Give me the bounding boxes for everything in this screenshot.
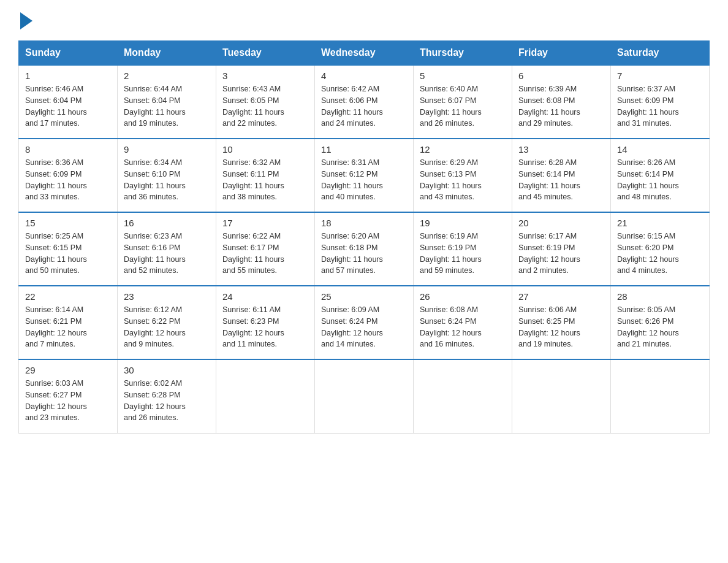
calendar-cell: 7 Sunrise: 6:37 AMSunset: 6:09 PMDayligh… xyxy=(611,65,710,139)
day-number: 19 xyxy=(420,218,506,228)
day-info: Sunrise: 6:12 AMSunset: 6:22 PMDaylight:… xyxy=(124,305,186,348)
calendar-week-row: 1 Sunrise: 6:46 AMSunset: 6:04 PMDayligh… xyxy=(19,65,710,139)
day-info: Sunrise: 6:02 AMSunset: 6:28 PMDaylight:… xyxy=(124,379,186,422)
day-info: Sunrise: 6:46 AMSunset: 6:04 PMDaylight:… xyxy=(25,85,87,128)
calendar-week-row: 15 Sunrise: 6:25 AMSunset: 6:15 PMDaylig… xyxy=(19,212,710,286)
day-info: Sunrise: 6:36 AMSunset: 6:09 PMDaylight:… xyxy=(25,158,87,201)
day-info: Sunrise: 6:09 AMSunset: 6:24 PMDaylight:… xyxy=(321,305,383,348)
day-info: Sunrise: 6:11 AMSunset: 6:23 PMDaylight:… xyxy=(222,305,284,348)
day-number: 28 xyxy=(617,291,703,302)
calendar-cell: 26 Sunrise: 6:08 AMSunset: 6:24 PMDaylig… xyxy=(414,286,512,359)
day-info: Sunrise: 6:22 AMSunset: 6:17 PMDaylight:… xyxy=(222,232,284,275)
day-info: Sunrise: 6:32 AMSunset: 6:11 PMDaylight:… xyxy=(222,158,284,201)
column-header-wednesday: Wednesday xyxy=(315,41,414,66)
column-header-tuesday: Tuesday xyxy=(216,41,315,66)
column-header-monday: Monday xyxy=(118,41,216,66)
day-number: 8 xyxy=(25,144,111,155)
calendar-cell: 30 Sunrise: 6:02 AMSunset: 6:28 PMDaylig… xyxy=(118,359,216,433)
day-number: 20 xyxy=(518,218,604,228)
calendar-cell: 20 Sunrise: 6:17 AMSunset: 6:19 PMDaylig… xyxy=(512,212,611,286)
day-info: Sunrise: 6:37 AMSunset: 6:09 PMDaylight:… xyxy=(617,85,679,128)
logo xyxy=(18,12,32,29)
day-number: 26 xyxy=(420,291,506,302)
day-info: Sunrise: 6:34 AMSunset: 6:10 PMDaylight:… xyxy=(124,158,186,201)
calendar-cell xyxy=(512,359,611,433)
day-info: Sunrise: 6:05 AMSunset: 6:26 PMDaylight:… xyxy=(617,305,679,348)
day-number: 3 xyxy=(222,71,308,81)
calendar-cell: 9 Sunrise: 6:34 AMSunset: 6:10 PMDayligh… xyxy=(118,139,216,212)
day-number: 15 xyxy=(25,218,111,228)
day-number: 27 xyxy=(518,291,604,302)
calendar-cell: 13 Sunrise: 6:28 AMSunset: 6:14 PMDaylig… xyxy=(512,139,611,212)
calendar-cell xyxy=(414,359,512,433)
column-header-friday: Friday xyxy=(512,41,611,66)
day-number: 2 xyxy=(124,71,210,81)
day-number: 21 xyxy=(617,218,703,228)
day-info: Sunrise: 6:23 AMSunset: 6:16 PMDaylight:… xyxy=(124,232,186,275)
day-number: 14 xyxy=(617,144,703,155)
day-number: 5 xyxy=(420,71,506,81)
day-info: Sunrise: 6:15 AMSunset: 6:20 PMDaylight:… xyxy=(617,232,679,275)
calendar-week-row: 29 Sunrise: 6:03 AMSunset: 6:27 PMDaylig… xyxy=(19,359,710,433)
day-info: Sunrise: 6:25 AMSunset: 6:15 PMDaylight:… xyxy=(25,232,87,275)
calendar-cell xyxy=(216,359,315,433)
day-info: Sunrise: 6:26 AMSunset: 6:14 PMDaylight:… xyxy=(617,158,679,201)
day-number: 30 xyxy=(124,365,210,375)
calendar-cell xyxy=(315,359,414,433)
day-info: Sunrise: 6:44 AMSunset: 6:04 PMDaylight:… xyxy=(124,85,186,128)
day-number: 7 xyxy=(617,71,703,81)
calendar-cell: 23 Sunrise: 6:12 AMSunset: 6:22 PMDaylig… xyxy=(118,286,216,359)
calendar-cell: 15 Sunrise: 6:25 AMSunset: 6:15 PMDaylig… xyxy=(19,212,118,286)
column-header-sunday: Sunday xyxy=(19,41,118,66)
day-info: Sunrise: 6:17 AMSunset: 6:19 PMDaylight:… xyxy=(518,232,580,275)
day-info: Sunrise: 6:08 AMSunset: 6:24 PMDaylight:… xyxy=(420,305,482,348)
day-number: 16 xyxy=(124,218,210,228)
calendar-cell: 22 Sunrise: 6:14 AMSunset: 6:21 PMDaylig… xyxy=(19,286,118,359)
calendar-header-row: SundayMondayTuesdayWednesdayThursdayFrid… xyxy=(19,41,710,66)
day-info: Sunrise: 6:28 AMSunset: 6:14 PMDaylight:… xyxy=(518,158,580,201)
day-number: 18 xyxy=(321,218,407,228)
day-number: 25 xyxy=(321,291,407,302)
calendar-cell: 21 Sunrise: 6:15 AMSunset: 6:20 PMDaylig… xyxy=(611,212,710,286)
calendar-cell: 19 Sunrise: 6:19 AMSunset: 6:19 PMDaylig… xyxy=(414,212,512,286)
day-number: 4 xyxy=(321,71,407,81)
day-number: 24 xyxy=(222,291,308,302)
day-number: 17 xyxy=(222,218,308,228)
day-info: Sunrise: 6:03 AMSunset: 6:27 PMDaylight:… xyxy=(25,379,87,422)
day-info: Sunrise: 6:29 AMSunset: 6:13 PMDaylight:… xyxy=(420,158,482,201)
day-info: Sunrise: 6:40 AMSunset: 6:07 PMDaylight:… xyxy=(420,85,482,128)
day-number: 29 xyxy=(25,365,111,375)
calendar-cell: 10 Sunrise: 6:32 AMSunset: 6:11 PMDaylig… xyxy=(216,139,315,212)
day-number: 9 xyxy=(124,144,210,155)
calendar-cell: 27 Sunrise: 6:06 AMSunset: 6:25 PMDaylig… xyxy=(512,286,611,359)
calendar-cell: 25 Sunrise: 6:09 AMSunset: 6:24 PMDaylig… xyxy=(315,286,414,359)
calendar-cell: 11 Sunrise: 6:31 AMSunset: 6:12 PMDaylig… xyxy=(315,139,414,212)
day-info: Sunrise: 6:20 AMSunset: 6:18 PMDaylight:… xyxy=(321,232,383,275)
day-number: 6 xyxy=(518,71,604,81)
calendar-cell: 5 Sunrise: 6:40 AMSunset: 6:07 PMDayligh… xyxy=(414,65,512,139)
day-number: 22 xyxy=(25,291,111,302)
calendar-week-row: 22 Sunrise: 6:14 AMSunset: 6:21 PMDaylig… xyxy=(19,286,710,359)
calendar-cell: 28 Sunrise: 6:05 AMSunset: 6:26 PMDaylig… xyxy=(611,286,710,359)
logo-arrow-icon xyxy=(20,12,32,29)
calendar-cell: 24 Sunrise: 6:11 AMSunset: 6:23 PMDaylig… xyxy=(216,286,315,359)
day-info: Sunrise: 6:14 AMSunset: 6:21 PMDaylight:… xyxy=(25,305,87,348)
day-number: 11 xyxy=(321,144,407,155)
day-number: 10 xyxy=(222,144,308,155)
day-number: 23 xyxy=(124,291,210,302)
calendar-cell: 16 Sunrise: 6:23 AMSunset: 6:16 PMDaylig… xyxy=(118,212,216,286)
calendar-cell: 2 Sunrise: 6:44 AMSunset: 6:04 PMDayligh… xyxy=(118,65,216,139)
calendar-cell xyxy=(611,359,710,433)
day-info: Sunrise: 6:19 AMSunset: 6:19 PMDaylight:… xyxy=(420,232,482,275)
calendar-cell: 6 Sunrise: 6:39 AMSunset: 6:08 PMDayligh… xyxy=(512,65,611,139)
day-number: 1 xyxy=(25,71,111,81)
calendar-cell: 12 Sunrise: 6:29 AMSunset: 6:13 PMDaylig… xyxy=(414,139,512,212)
day-info: Sunrise: 6:39 AMSunset: 6:08 PMDaylight:… xyxy=(518,85,580,128)
column-header-thursday: Thursday xyxy=(414,41,512,66)
day-number: 12 xyxy=(420,144,506,155)
column-header-saturday: Saturday xyxy=(611,41,710,66)
day-number: 13 xyxy=(518,144,604,155)
calendar-cell: 17 Sunrise: 6:22 AMSunset: 6:17 PMDaylig… xyxy=(216,212,315,286)
calendar-cell: 29 Sunrise: 6:03 AMSunset: 6:27 PMDaylig… xyxy=(19,359,118,433)
day-info: Sunrise: 6:42 AMSunset: 6:06 PMDaylight:… xyxy=(321,85,383,128)
